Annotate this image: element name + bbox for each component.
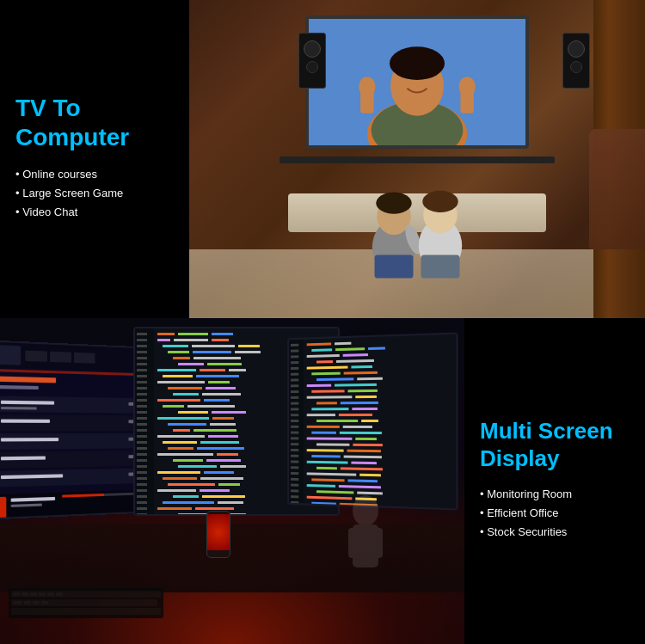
svg-rect-129 <box>137 459 147 462</box>
svg-rect-143 <box>218 483 240 486</box>
svg-rect-259 <box>41 601 48 604</box>
svg-rect-191 <box>355 396 377 398</box>
svg-rect-106 <box>178 411 208 414</box>
svg-rect-127 <box>157 453 213 456</box>
svg-rect-63 <box>178 333 208 335</box>
svg-rect-156 <box>137 513 147 516</box>
svg-rect-45 <box>1 438 58 441</box>
svg-rect-81 <box>178 363 204 365</box>
svg-rect-202 <box>316 420 358 422</box>
svg-rect-125 <box>197 447 244 450</box>
svg-rect-141 <box>137 483 147 486</box>
svg-rect-251 <box>22 592 28 596</box>
svg-rect-65 <box>137 339 147 341</box>
svg-rect-84 <box>157 369 196 371</box>
svg-rect-196 <box>311 408 348 410</box>
svg-rect-72 <box>238 345 260 347</box>
svg-rect-94 <box>168 387 202 389</box>
svg-rect-211 <box>307 438 353 440</box>
bottom-section: Multi Screen Display Monitoring Room Eff… <box>0 318 645 644</box>
svg-rect-148 <box>173 495 199 498</box>
svg-rect-121 <box>163 441 197 444</box>
svg-rect-136 <box>157 471 200 474</box>
svg-rect-222 <box>291 460 298 463</box>
svg-rect-132 <box>137 465 147 468</box>
svg-rect-61 <box>137 333 147 335</box>
svg-rect-144 <box>137 489 147 492</box>
tv-base <box>280 156 555 163</box>
svg-rect-193 <box>316 402 337 404</box>
svg-rect-77 <box>137 357 147 359</box>
svg-rect-154 <box>157 507 192 510</box>
svg-rect-256 <box>13 601 22 604</box>
tv-screen <box>305 15 529 149</box>
phone-on-desk <box>206 511 230 558</box>
svg-rect-189 <box>291 396 298 399</box>
svg-rect-213 <box>291 443 298 445</box>
svg-rect-168 <box>291 355 298 358</box>
svg-rect-117 <box>137 435 147 438</box>
svg-rect-216 <box>291 449 298 451</box>
top-section: TV To Computer Online courses Large Scre… <box>0 0 645 318</box>
svg-rect-82 <box>207 363 242 365</box>
svg-point-9 <box>458 77 475 96</box>
svg-rect-205 <box>307 426 340 428</box>
svg-rect-107 <box>212 411 246 414</box>
svg-rect-183 <box>291 384 298 387</box>
bottom-title: Multi Screen Display <box>480 418 630 471</box>
svg-rect-138 <box>137 477 147 480</box>
svg-rect-164 <box>291 349 298 352</box>
svg-rect-188 <box>347 389 377 392</box>
svg-rect-224 <box>351 462 377 464</box>
svg-rect-197 <box>352 408 378 410</box>
svg-rect-172 <box>316 360 333 363</box>
top-image-area <box>189 0 645 318</box>
svg-rect-215 <box>353 444 383 446</box>
svg-rect-83 <box>137 369 147 371</box>
svg-rect-112 <box>168 423 206 426</box>
svg-rect-219 <box>291 455 298 457</box>
svg-rect-218 <box>347 450 381 452</box>
svg-point-7 <box>359 77 375 96</box>
top-bullets-list: Online courses Large Screen Game Video C… <box>15 168 172 224</box>
svg-rect-190 <box>307 396 353 398</box>
svg-rect-145 <box>157 489 196 492</box>
bullet-item: Online courses <box>15 168 172 181</box>
monitor-right <box>287 332 458 510</box>
svg-rect-199 <box>307 414 335 416</box>
svg-rect-206 <box>343 426 372 428</box>
svg-rect-142 <box>168 483 215 486</box>
svg-rect-26 <box>25 351 47 362</box>
svg-rect-171 <box>291 361 298 364</box>
svg-rect-151 <box>163 501 214 504</box>
svg-rect-70 <box>163 345 188 347</box>
svg-point-5 <box>390 46 445 80</box>
keyboard <box>9 588 163 618</box>
svg-rect-209 <box>340 432 382 434</box>
svg-rect-180 <box>291 378 298 381</box>
svg-rect-217 <box>307 449 344 451</box>
bottom-image-area <box>0 318 464 644</box>
svg-rect-257 <box>24 601 31 604</box>
svg-rect-167 <box>368 347 385 350</box>
svg-rect-131 <box>206 459 241 462</box>
svg-rect-66 <box>157 339 170 341</box>
svg-rect-155 <box>195 507 234 510</box>
svg-rect-109 <box>157 417 209 420</box>
svg-rect-103 <box>163 405 184 408</box>
svg-rect-243 <box>291 501 298 504</box>
svg-rect-87 <box>137 375 147 377</box>
svg-rect-114 <box>137 429 147 432</box>
svg-rect-110 <box>212 417 234 420</box>
svg-rect-182 <box>357 377 383 381</box>
svg-rect-139 <box>163 477 197 480</box>
svg-rect-161 <box>291 344 298 347</box>
svg-rect-126 <box>137 453 147 456</box>
svg-rect-134 <box>220 465 246 468</box>
svg-rect-230 <box>359 474 381 477</box>
bullet-item: Video Chat <box>15 205 172 218</box>
svg-rect-46 <box>1 456 46 460</box>
svg-rect-118 <box>157 435 205 438</box>
svg-rect-78 <box>173 357 190 359</box>
svg-rect-157 <box>178 513 208 516</box>
